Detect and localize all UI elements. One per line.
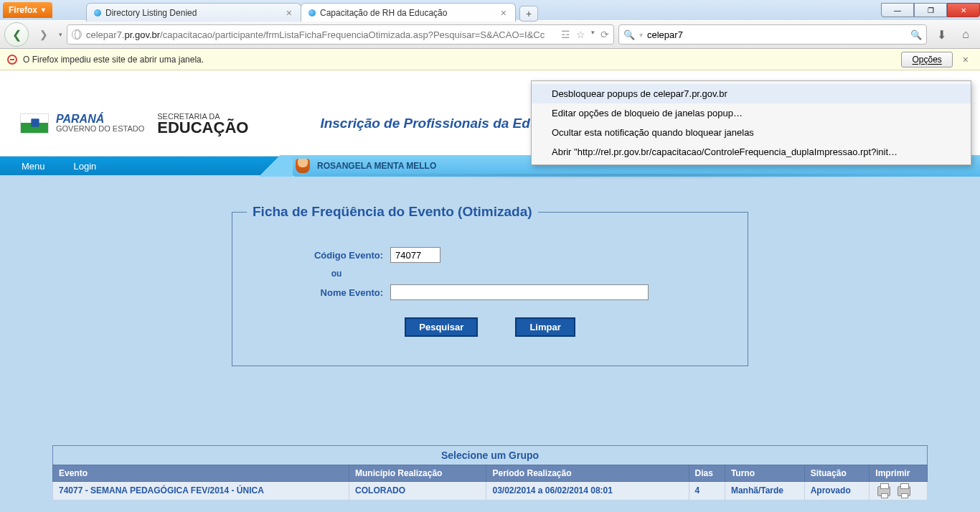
browser-toolbar: ❮ ❯ ▾ celepar7.pr.gov.br/capacitacao/par… xyxy=(0,20,980,49)
downloads-icon[interactable]: ⬇ xyxy=(931,24,951,45)
input-nome-evento[interactable] xyxy=(390,284,649,300)
tab-label: Directory Listing Denied xyxy=(105,8,281,18)
state-brand-text: PARANÁ GOVERNO DO ESTADO xyxy=(56,114,144,133)
th-dias: Dias xyxy=(689,465,725,482)
search-bar[interactable]: 🔍 ▾ 🔍 xyxy=(618,24,927,45)
cell-imprimir xyxy=(870,482,928,501)
reader-icon[interactable]: ☲ xyxy=(561,29,570,40)
tab-label: Capacitação de RH da Educação xyxy=(320,8,495,18)
printer-icon[interactable] xyxy=(897,486,910,496)
url-path: /capacitacao/participante/frmListaFichaF… xyxy=(160,29,545,40)
reload-icon[interactable]: ⟳ xyxy=(600,29,609,40)
new-tab-button[interactable]: + xyxy=(519,6,538,22)
url-text: celepar7.pr.gov.br/capacitacao/participa… xyxy=(86,29,557,40)
search-go-icon[interactable]: 🔍 xyxy=(910,29,922,40)
cell-periodo: 03/02/2014 a 06/02/2014 08:01 xyxy=(486,482,689,501)
browser-tab-inactive[interactable]: Directory Listing Denied × xyxy=(86,3,301,22)
close-icon[interactable]: × xyxy=(958,54,973,65)
group-select: Selecione um Grupo Evento Município Real… xyxy=(52,445,928,501)
pesquisar-button[interactable]: Pesquisar xyxy=(405,317,478,337)
cell-municipio: COLORADO xyxy=(349,482,486,501)
address-bar[interactable]: celepar7.pr.gov.br/capacitacao/participa… xyxy=(67,24,614,45)
th-municipio: Município Realização xyxy=(349,465,486,482)
content-area: Ficha de Freqüência do Evento (Otimizada… xyxy=(0,175,980,512)
state-sub: GOVERNO DO ESTADO xyxy=(56,124,144,133)
search-input[interactable] xyxy=(647,29,906,40)
url-subdomain: celepar7. xyxy=(86,29,124,40)
blocked-icon xyxy=(7,55,17,65)
menu-item-ocultar[interactable]: Ocultar esta notificação quando bloquear… xyxy=(532,123,971,142)
limpar-button[interactable]: Limpar xyxy=(515,317,575,337)
favicon-icon xyxy=(94,9,101,17)
secretaria-text: SECRETARIA DA EDUCAÇÃO xyxy=(157,112,248,135)
search-engine-icon[interactable]: 🔍 xyxy=(623,29,635,40)
cell-dias: 4 xyxy=(689,482,725,501)
url-bar-icons: ☲ ☆ ▾ ⟳ xyxy=(561,29,609,40)
search-form: Ficha de Freqüência do Evento (Otimizada… xyxy=(232,204,748,366)
window-titlebar: Firefox ▼ Directory Listing Denied × Cap… xyxy=(0,0,980,20)
cell-turno: Manhã/Tarde xyxy=(725,482,804,501)
form-buttons: Pesquisar Limpar xyxy=(247,317,733,337)
table-header-row: Evento Município Realização Período Real… xyxy=(53,465,928,482)
table-row[interactable]: 74077 - SEMANA PEDAGÓGICA FEV/2014 - ÚNI… xyxy=(53,482,928,501)
home-icon[interactable]: ⌂ xyxy=(956,24,976,45)
row-codigo: Código Evento: xyxy=(247,247,733,263)
secretaria-name: EDUCAÇÃO xyxy=(157,121,248,135)
group-table: Evento Município Realização Período Real… xyxy=(52,465,928,501)
th-situacao: Situação xyxy=(804,465,870,482)
parana-flag-icon xyxy=(20,113,49,134)
state-name: PARANÁ xyxy=(56,114,144,124)
popup-options-menu: Desbloquear popups de celepar7.pr.gov.br… xyxy=(531,80,971,165)
label-codigo: Código Evento: xyxy=(247,250,383,261)
url-dropdown-icon[interactable]: ▾ xyxy=(591,29,595,40)
row-nome: Nome Evento: xyxy=(247,284,733,300)
nav-login-link[interactable]: Login xyxy=(74,161,97,172)
cell-evento: 74077 - SEMANA PEDAGÓGICA FEV/2014 - ÚNI… xyxy=(53,482,349,501)
th-evento: Evento xyxy=(53,465,349,482)
favicon-icon xyxy=(308,9,316,17)
menu-item-abrir[interactable]: Abrir "http://rel.pr.gov.br/capacitacao/… xyxy=(532,142,971,162)
nav-forward-button[interactable]: ❯ xyxy=(33,24,55,45)
th-periodo: Período Realização xyxy=(486,465,689,482)
printer-icon[interactable] xyxy=(877,486,890,496)
nav-back-button[interactable]: ❮ xyxy=(4,22,29,47)
menu-item-desbloquear[interactable]: Desbloquear popups de celepar7.pr.gov.br xyxy=(532,84,971,103)
globe-icon xyxy=(72,29,82,39)
dropdown-caret-icon[interactable]: ▾ xyxy=(639,31,643,39)
close-icon[interactable]: × xyxy=(285,7,293,19)
form-legend: Ficha de Freqüência do Evento (Otimizada… xyxy=(247,204,538,220)
group-title: Selecione um Grupo xyxy=(52,445,928,465)
cell-situacao: Aprovado xyxy=(804,482,870,501)
nav-menu-link[interactable]: Menu xyxy=(22,161,45,172)
popup-blocked-text: O Firefox impediu este site de abrir uma… xyxy=(23,55,895,65)
row-ou: ou xyxy=(247,269,383,279)
th-turno: Turno xyxy=(725,465,804,482)
user-name: ROSANGELA MENTA MELLO xyxy=(317,161,436,171)
nav-history-dropdown[interactable]: ▾ xyxy=(59,31,62,38)
label-nome: Nome Evento: xyxy=(247,287,383,298)
th-imprimir: Imprimir xyxy=(870,465,928,482)
menu-item-editar[interactable]: Editar opções de bloqueio de janelas pop… xyxy=(532,103,971,123)
browser-tab-active[interactable]: Capacitação de RH da Educação × xyxy=(301,3,516,22)
browser-tabstrip: Directory Listing Denied × Capacitação d… xyxy=(0,1,980,22)
popup-options-button[interactable]: Opções xyxy=(901,52,952,68)
popup-blocked-bar: O Firefox impediu este site de abrir uma… xyxy=(0,49,980,70)
input-codigo-evento[interactable] xyxy=(390,247,440,263)
state-logo: PARANÁ GOVERNO DO ESTADO SECRETARIA DA E… xyxy=(20,112,248,135)
url-host: pr.gov.br xyxy=(124,29,160,40)
popup-options-label: Opções xyxy=(912,55,941,65)
avatar-icon xyxy=(296,159,310,173)
bookmark-star-icon[interactable]: ☆ xyxy=(576,29,585,40)
close-icon[interactable]: × xyxy=(499,7,508,19)
